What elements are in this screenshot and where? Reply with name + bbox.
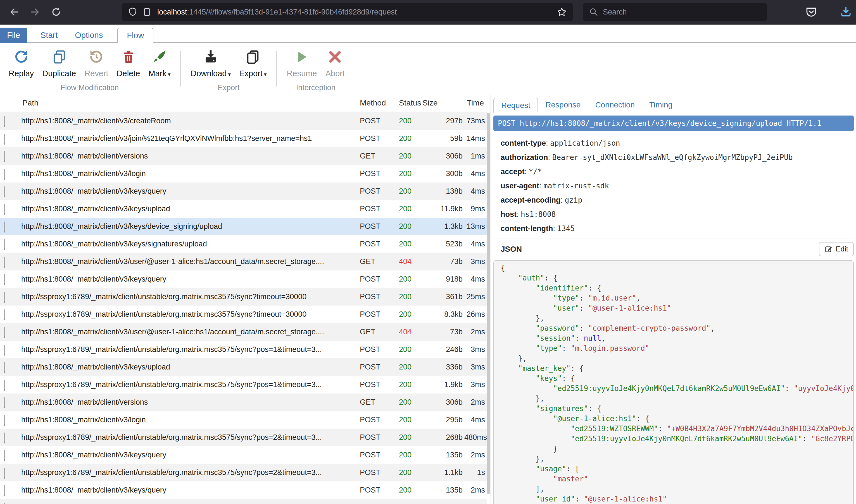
flow-size: 306b: [423, 398, 464, 407]
flow-table-header: PathMethodStatusSizeTime: [0, 94, 487, 112]
header-name: host: [501, 210, 517, 218]
search-input[interactable]: Search: [583, 3, 767, 21]
resume-icon: [294, 49, 309, 66]
flow-row[interactable]: http://hs1:8008/_matrix/client/v3/user/@…: [0, 323, 487, 341]
back-button[interactable]: [6, 4, 22, 20]
flow-size: 336b: [423, 363, 464, 372]
flow-row[interactable]: http://hs1:8008/_matrix/client/v3/join/%…: [0, 130, 487, 147]
flow-row[interactable]: http://ssproxy1:6789/_matrix/client/unst…: [0, 306, 487, 323]
flow-status: 404: [397, 328, 423, 336]
document-icon: [4, 415, 5, 426]
flow-row[interactable]: http://hs1:8008/_matrix/client/v3/create…: [0, 112, 487, 130]
bookmark-button[interactable]: [557, 7, 567, 17]
flow-row[interactable]: http://hs1:8008/_matrix/client/v3/keys/u…: [0, 200, 487, 218]
json-line: "session": null,: [501, 333, 853, 343]
flow-time: 1ms: [464, 152, 487, 160]
flow-status: 200: [397, 380, 423, 389]
flow-row[interactable]: http://hs1:8008/_matrix/client/v3/keys/u…: [0, 358, 487, 376]
detail-tab-response[interactable]: Response: [538, 98, 588, 113]
edit-button-label: Edit: [836, 245, 848, 253]
flow-row[interactable]: http://hs1:8008/_matrix/client/v3/keys/q…: [0, 270, 487, 288]
toolbar-separator: [180, 51, 181, 87]
flow-row[interactable]: http://ssproxy1:6789/_matrix/client/unst…: [0, 376, 487, 394]
flow-row[interactable]: http://hs1:8008/_matrix/client/v3/keys/q…: [0, 182, 487, 200]
flow-row[interactable]: [0, 499, 487, 504]
flow-row[interactable]: http://ssproxy1:6789/_matrix/client/unst…: [0, 429, 487, 446]
document-icon: [4, 169, 5, 180]
edit-body-button[interactable]: Edit: [819, 242, 854, 256]
mark-button[interactable]: Mark▾: [148, 49, 170, 78]
flow-row-icon-cell: [0, 345, 18, 354]
flow-row[interactable]: http://hs1:8008/_matrix/client/v3/keys/q…: [0, 481, 487, 499]
flow-row[interactable]: http://hs1:8008/_matrix/client/versionsG…: [0, 147, 487, 165]
flow-row[interactable]: http://ssproxy1:6789/_matrix/client/unst…: [0, 464, 487, 481]
flow-method: GET: [358, 257, 397, 266]
flow-method: POST: [358, 345, 397, 354]
header-name: accept-encoding: [501, 196, 561, 204]
flow-table-scrollbar[interactable]: [487, 113, 490, 494]
pocket-button[interactable]: [804, 5, 819, 20]
flow-row[interactable]: http://ssproxy1:6789/_matrix/client/unst…: [0, 341, 487, 358]
detail-tab-connection[interactable]: Connection: [588, 98, 642, 113]
revert-button[interactable]: Revert: [84, 49, 108, 78]
flow-method: POST: [358, 486, 397, 494]
flow-status: 200: [397, 152, 423, 160]
document-icon: [4, 221, 5, 232]
flow-status: 404: [397, 257, 423, 266]
flow-time: 2ms: [464, 398, 487, 407]
downloads-button[interactable]: [839, 5, 853, 20]
abort-icon: [327, 49, 343, 66]
flow-size: 918b: [423, 275, 464, 284]
menu-item-file[interactable]: File: [0, 28, 27, 43]
pocket-icon: [805, 6, 818, 18]
json-line: "type": "m.id.user",: [501, 293, 853, 303]
replay-button[interactable]: Replay: [8, 49, 34, 78]
column-header-path: Path: [18, 98, 358, 107]
flow-size: 306b: [423, 152, 464, 160]
flow-path: http://hs1:8008/_matrix/client/v3/keys/d…: [18, 222, 358, 231]
flow-size: 297b: [423, 116, 464, 125]
json-line: "ed25519:WZTOSREWWM": "+W0B4H3X2a7A9F7Ym…: [501, 424, 853, 434]
toolbar-group-flow-modification: ReplayDuplicateRevertDeleteMark▾Flow Mod…: [0, 43, 179, 94]
flow-size: 246b: [423, 345, 464, 354]
page-icon[interactable]: [142, 7, 152, 17]
flow-status: 200: [397, 345, 423, 354]
menu-item-start[interactable]: Start: [37, 28, 62, 43]
header-value: gzip: [565, 196, 582, 204]
flow-row[interactable]: http://hs1:8008/_matrix/client/v3/user/@…: [0, 253, 487, 270]
flow-size: 300b: [423, 169, 464, 178]
request-first-line[interactable]: POST http://hs1:8008/_matrix/client/v3/k…: [493, 115, 854, 131]
header-name: user-agent: [501, 182, 539, 190]
resume-button[interactable]: Resume: [287, 49, 317, 78]
edit-pencil-icon: [824, 245, 833, 253]
reload-button[interactable]: [48, 4, 64, 20]
flow-row[interactable]: http://hs1:8008/_matrix/client/v3/loginP…: [0, 411, 487, 429]
flow-time: 14ms: [464, 134, 487, 143]
download-button[interactable]: Download▾: [190, 49, 231, 78]
detail-tab-request[interactable]: Request: [493, 98, 538, 113]
column-header-time: Time: [464, 98, 487, 107]
replay-icon: [14, 49, 29, 66]
detail-tab-timing[interactable]: Timing: [642, 98, 680, 113]
export-button[interactable]: Export▾: [239, 49, 267, 78]
flow-row[interactable]: http://hs1:8008/_matrix/client/v3/loginP…: [0, 165, 487, 182]
duplicate-button[interactable]: Duplicate: [42, 49, 76, 78]
flow-row[interactable]: http://ssproxy1:6789/_matrix/client/unst…: [0, 288, 487, 306]
search-placeholder: Search: [603, 8, 627, 16]
flow-time: 4ms: [464, 240, 487, 248]
flow-row[interactable]: http://hs1:8008/_matrix/client/v3/keys/s…: [0, 235, 487, 253]
flow-row-icon-cell: [0, 222, 18, 231]
flow-row[interactable]: http://hs1:8008/_matrix/client/v3/keys/d…: [0, 218, 487, 235]
search-icon: [589, 7, 598, 17]
url-bar[interactable]: localhost:1445/#/flows/fba5f13d-91e1-437…: [122, 3, 573, 21]
flow-row[interactable]: http://hs1:8008/_matrix/client/v3/keys/q…: [0, 446, 487, 464]
delete-button[interactable]: Delete: [117, 49, 140, 78]
tab-flow[interactable]: Flow: [117, 28, 153, 43]
flow-size: 1.3kb: [423, 222, 464, 231]
shield-icon[interactable]: [128, 7, 138, 17]
flow-row[interactable]: http://hs1:8008/_matrix/client/versionsG…: [0, 394, 487, 411]
forward-button[interactable]: [27, 4, 43, 20]
menu-item-options[interactable]: Options: [71, 28, 107, 43]
replay-button-label: Replay: [8, 69, 34, 78]
abort-button[interactable]: Abort: [325, 49, 345, 78]
